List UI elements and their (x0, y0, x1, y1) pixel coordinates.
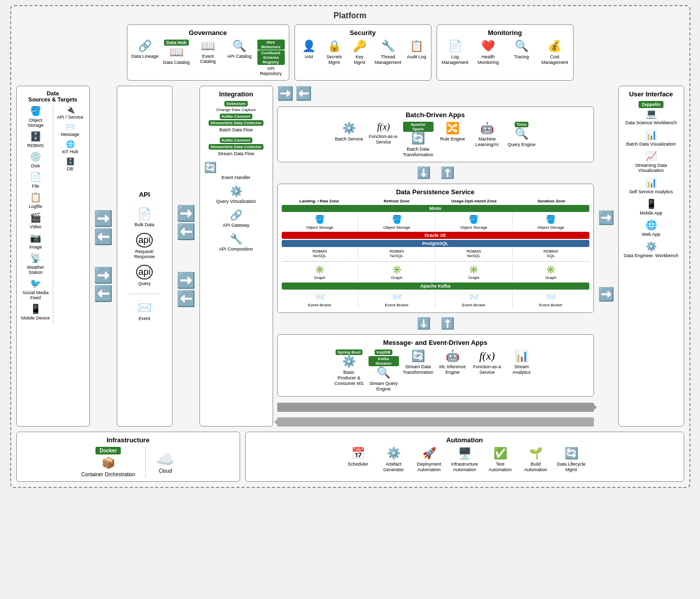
web-app-icon: 🌐 (646, 220, 657, 231)
zone-3-header: Usage-Opti-mized Zone (437, 199, 512, 204)
batch-service-label: Batch Service (335, 136, 363, 142)
ui-mobile: 📱 Mobile App (623, 198, 680, 216)
ds-label: Message (61, 132, 80, 137)
query-virt-icon: ⚙️ (230, 186, 243, 197)
user-interface-box: User Interface Zeppelin 💻 Data Science W… (618, 86, 684, 427)
sec-secrets: 🔒 Secrets Mgmt (324, 40, 344, 65)
faas-msg: f(x) Function-as-a Service (472, 349, 503, 375)
msg-apps-box: Message- and Event-Driven Apps Spring Bo… (277, 334, 594, 397)
center-area: ➡️ ⬅️ Batch-Driven Apps ⚙️ Batch Service… (277, 86, 594, 427)
disk-icon: 💿 (30, 151, 41, 162)
persist-divider (282, 261, 589, 262)
ds-video: 🎬 Video (21, 212, 51, 229)
auto-deploy: 🚀 Deployment Automation (414, 447, 444, 473)
arrow-right-4: ➡️ (177, 273, 195, 288)
object-storage-icon: 🪣 (30, 105, 41, 117)
auto-scheduler: 📅 Scheduler (343, 447, 373, 467)
ml-inference: 🤖 ML Inference Engine (438, 349, 468, 375)
gov-api-catalog: 🔍 API Catalog (226, 40, 253, 59)
api-repo-label: API Repository (257, 66, 285, 76)
graph-row: ✳️ Graph ✳️ Graph ✳️ Graph ✳️ Graph (282, 264, 589, 281)
auto-artefact: ⚙️ Artefact Generator (378, 447, 409, 473)
iam-label: IAM (305, 54, 313, 60)
spring-icon: ⚙️ (342, 355, 356, 368)
big-left-arrow (277, 417, 594, 427)
mon-tracing: 🔍 Tracing (508, 40, 536, 60)
container-label: Container Orchestration (81, 472, 135, 477)
big-right-arrow (277, 403, 594, 412)
spring-label: Basic Producer & Consumer MS (334, 370, 364, 386)
ui-batch-viz: 📊 Batch Data Visualization (623, 129, 680, 147)
build-label: Build Automation (520, 462, 551, 473)
ml-ai: 🤖 Machine Learning/AI (472, 122, 503, 148)
arrow-right-2: ➡️ (94, 268, 113, 283)
batch-apps-box: Batch-Driven Apps ⚙️ Batch Service f(x) … (277, 107, 594, 162)
ds-col1: 🪣 Object Storage 🗄️ RDBMS 💿 Disk 📄 File (21, 105, 53, 324)
datahub-badge: Data Hub (164, 40, 189, 46)
build-icon: 🌱 (529, 447, 543, 460)
integration-title: Integration (204, 90, 269, 98)
api-title: API (139, 191, 150, 198)
zeppelin-badge: Zeppelin (639, 101, 663, 108)
api-request: api Request/ Response (129, 233, 160, 260)
rdbms-icon: 🗄️ (30, 131, 41, 142)
data-catalog-label: Data Catalog (163, 60, 190, 65)
governance-title: Governance (131, 29, 285, 37)
sec-audit: 📋 Audit Log (407, 40, 427, 60)
minio-bar: MinIo (282, 205, 589, 212)
ds-image: 📷 Image (21, 232, 51, 250)
eb-z2: 📨 Event Broker (358, 291, 436, 308)
infra-items: Docker 📦 Container Orchestration ☁️ Clou… (81, 447, 175, 477)
infra-docker: Docker 📦 Container Orchestration (81, 447, 135, 477)
top-row: Governance 🔗 Data Lineage Data Hub 📖 Dat… (16, 24, 684, 81)
graph-z3: ✳️ Graph (436, 264, 513, 281)
ds-label: DB (67, 166, 74, 171)
artefact-icon: ⚙️ (387, 447, 401, 460)
ds-label: Object Storage (21, 118, 51, 128)
ds-api: 🔌 API / Service (55, 105, 85, 120)
test-icon: ✅ (493, 447, 507, 460)
video-icon: 🎬 (30, 212, 41, 223)
batch-transform: Apache Spark 🔄 Batch Data Transformation (403, 122, 434, 158)
security-title: Security (299, 29, 427, 37)
stream-analytics-label: Stream Analytics (507, 364, 537, 375)
integration-box: Integration Debezium Change Data Capture… (199, 86, 273, 427)
int-badges-2: Kafka Connect (204, 114, 269, 119)
ds-message: ✉️ Message (55, 123, 85, 137)
artefact-label: Artefact Generator (378, 462, 409, 473)
arrow-left-4: ⬅️ (177, 291, 195, 306)
bulk-data-icon: 📄 (138, 207, 151, 221)
int-event-handler: 🔄 Event Handler (204, 161, 269, 180)
eb4-label: Event Broker (539, 303, 562, 307)
message-ds-icon: ✉️ (66, 123, 75, 131)
ml-inference-icon: 🤖 (446, 349, 459, 363)
eb2-icon: 📨 (392, 292, 402, 302)
auto-lifecycle: 🔄 Data Lifecycle Mgmt (556, 447, 586, 473)
api-catalog-icon: 🔍 (232, 40, 246, 53)
web-app-label: Web App (642, 232, 660, 237)
data-persistence-title: Data Persistence Service (282, 188, 589, 196)
graph4-icon: ✳️ (546, 265, 556, 274)
event-catalog-icon: 📖 (201, 40, 215, 53)
ds-file: 📄 File (21, 171, 51, 189)
os2-label: Object Storage (383, 225, 410, 230)
cloud-icon: ☁️ (156, 450, 175, 468)
int-batch-flow: Debezium Change Data Capture Kafka Conne… (204, 101, 269, 132)
data-lineage-label: Data Lineage (131, 54, 159, 59)
ui-zeppelin: Zeppelin 💻 Data Science Workbench (623, 101, 680, 125)
spring-boot-item: Spring Boot ⚙️ Basic Producer & Consumer… (334, 349, 364, 386)
msg-apps-items: Spring Boot ⚙️ Basic Producer & Consumer… (282, 349, 589, 392)
stream-transform-label: Stream Data Transformation (403, 364, 433, 375)
api-gateway-label: API Gateway (204, 223, 269, 228)
container-icon: 📦 (102, 456, 115, 470)
ui-title: User Interface (623, 90, 680, 98)
ds-label: RDBMS (27, 143, 44, 148)
spark-badge: Apache Spark (403, 122, 434, 132)
test-label: Test Automation (485, 462, 515, 473)
os-zone3: 🪣 Object Storage (436, 214, 513, 231)
eb2-label: Event Broker (385, 303, 409, 307)
ds-label: API / Service (57, 115, 83, 120)
streamsets-badge-2: StreamSets Data Collector (209, 144, 263, 150)
request-icon: api (136, 233, 152, 248)
arrow-right-5: ➡️ (277, 86, 293, 101)
